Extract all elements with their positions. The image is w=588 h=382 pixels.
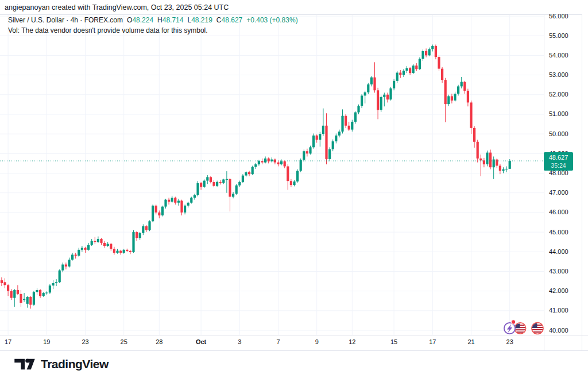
price-change: +0.403 (+0.83%) xyxy=(246,16,297,24)
footer: TradingView xyxy=(14,356,109,372)
time-tick-label: 12 xyxy=(349,338,355,345)
us-flag-icon[interactable] xyxy=(532,323,543,334)
last-price-badge[interactable]: 48.627 35:24 xyxy=(544,152,573,171)
time-tick-label: Oct xyxy=(196,338,206,345)
time-tick-label: 23 xyxy=(82,338,88,345)
price-tick-label: 51.000 xyxy=(549,110,568,118)
time-tick-label: 15 xyxy=(390,338,397,345)
price-tick-label: 55.000 xyxy=(549,32,568,40)
price-axis-border xyxy=(544,14,544,350)
price-tick-label: 50.000 xyxy=(549,130,568,138)
tradingview-logo-text[interactable]: TradingView xyxy=(41,357,109,371)
price-tick-label: 45.000 xyxy=(549,229,568,236)
price-tick-label: 46.000 xyxy=(549,209,568,216)
time-tick-label: 17 xyxy=(5,338,11,345)
tradingview-logo-icon[interactable] xyxy=(14,356,36,372)
price-tick-label: 41.000 xyxy=(549,307,568,314)
ohlc-values: O48.224H48.714L48.219C48.627 xyxy=(123,16,242,24)
countdown-timer: 35:24 xyxy=(544,161,573,169)
chart-legend: Silver / U.S. Dollar · 4h · FOREX.comO48… xyxy=(8,15,298,36)
price-tick-label: 53.000 xyxy=(549,71,568,79)
ohlc-item-l: L48.219 xyxy=(187,16,212,24)
notification-dot-icon xyxy=(511,320,516,325)
time-axis-bottom-border xyxy=(0,350,588,351)
attribution-text: angiepanoyan created with TradingView.co… xyxy=(5,3,229,11)
price-tick-label: 42.000 xyxy=(549,287,568,295)
time-tick-label: 7 xyxy=(276,338,280,345)
time-tick-label: 21 xyxy=(467,338,474,345)
tradingview-chart-export: angiepanoyan created with TradingView.co… xyxy=(0,0,588,382)
time-tick-label: 17 xyxy=(429,338,436,345)
price-tick-label: 47.000 xyxy=(549,189,568,196)
ohlc-item-h: H48.714 xyxy=(157,16,183,24)
pane-right-border xyxy=(582,14,582,350)
time-tick-label: 9 xyxy=(315,338,319,345)
symbol-title: Silver / U.S. Dollar · 4h · FOREX.com xyxy=(8,16,123,24)
time-tick-label: 28 xyxy=(156,338,163,345)
us-flag-icon[interactable] xyxy=(514,323,525,334)
price-tick-label: 56.000 xyxy=(549,13,568,20)
price-tick-label: 44.000 xyxy=(549,248,568,256)
ohlc-item-c: C48.627 xyxy=(216,16,242,24)
candlestick-chart-canvas[interactable] xyxy=(0,0,544,335)
event-icons-row xyxy=(497,318,546,341)
last-price-value: 48.627 xyxy=(544,153,573,161)
time-tick-label: 19 xyxy=(43,338,50,345)
time-tick-label: 25 xyxy=(121,338,127,345)
price-tick-label: 52.000 xyxy=(549,91,568,98)
price-tick-label: 40.000 xyxy=(549,327,568,334)
price-tick-label: 43.000 xyxy=(549,268,568,275)
price-tick-label: 54.000 xyxy=(549,52,568,59)
ohlc-item-o: O48.224 xyxy=(127,16,153,24)
time-tick-label: 3 xyxy=(238,338,241,345)
volume-note: Vol: The data vendor doesn't provide vol… xyxy=(8,26,208,34)
